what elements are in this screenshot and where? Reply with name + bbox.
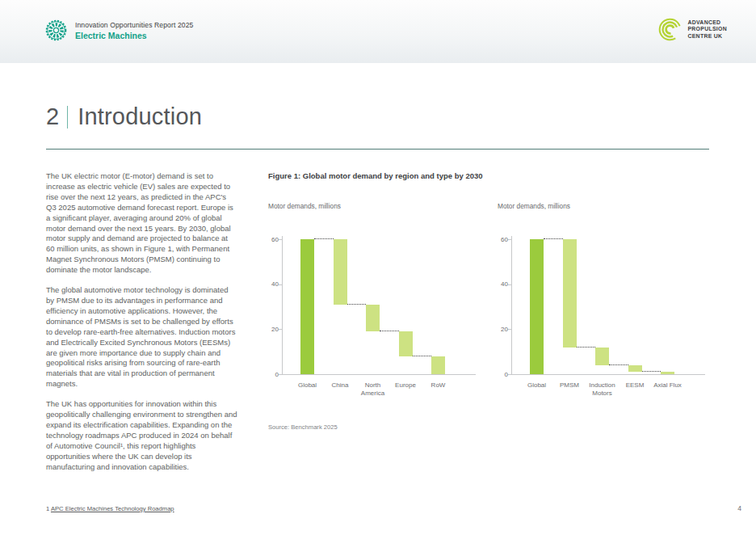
- chart-tick-mark: [508, 329, 511, 330]
- chart-category-label: Global: [519, 381, 556, 390]
- chart-tick-mark: [508, 239, 511, 240]
- chart-tick-mark: [279, 239, 282, 240]
- waterfall-connector: [380, 331, 399, 331]
- chart-category-label: RoW: [420, 381, 457, 390]
- footnote-marker: 1: [46, 505, 49, 512]
- chart-tick-label: 0: [497, 371, 508, 378]
- waterfall-bar: [399, 331, 413, 356]
- section-number: 2: [46, 103, 59, 130]
- paragraph-2: The global automotive motor technology i…: [46, 285, 238, 390]
- chart-tick-label: 40: [267, 280, 279, 288]
- waterfall-connector: [314, 238, 334, 239]
- chart-category-label: Induction Motors: [584, 381, 621, 398]
- chart-tick-mark: [508, 284, 511, 285]
- chart-tick-mark: [279, 284, 282, 285]
- report-subtitle: Electric Machines: [75, 31, 193, 40]
- chart-tick-label: 20: [267, 326, 279, 333]
- waterfall-connector: [413, 356, 432, 356]
- apc-logo-icon: [657, 17, 682, 42]
- waterfall-connector: [577, 347, 596, 348]
- waterfall-bar: [334, 239, 347, 305]
- waterfall-bar: [595, 348, 609, 365]
- figure-title: Figure 1: Global motor demand by region …: [268, 171, 483, 180]
- chart-category-label: North America: [355, 381, 392, 398]
- chart-category-label: Axial Flux: [649, 381, 687, 390]
- chart-tick-label: 20: [497, 326, 508, 333]
- waterfall-bar: [366, 305, 380, 331]
- chart-tick-label: 40: [497, 280, 508, 288]
- waterfall-connector: [642, 371, 662, 372]
- waterfall-bar: [661, 372, 674, 374]
- chart-y-axis: [511, 236, 512, 374]
- chart-category-label: PMSM: [551, 381, 588, 390]
- footnote: 1 APC Electric Machines Technology Roadm…: [46, 505, 174, 512]
- waterfall-bar: [530, 239, 544, 374]
- body-text-column: The UK electric motor (E-motor) demand i…: [46, 171, 238, 482]
- waterfall-chart-by-type: Motor demands, millions 0204060GlobalPMS…: [496, 202, 718, 406]
- chart-category-label: Europe: [387, 381, 424, 390]
- apc-line-1: ADVANCED: [687, 19, 727, 26]
- chart-category-label: Global: [289, 381, 326, 390]
- chart-x-axis: [282, 374, 476, 375]
- apc-logo-text: ADVANCED PROPULSION CENTRE UK: [687, 19, 727, 40]
- chart-category-label: China: [321, 381, 359, 390]
- chart-tick-mark: [279, 374, 282, 375]
- section-heading: 2 Introduction: [46, 103, 202, 130]
- waterfall-connector: [609, 364, 628, 365]
- chart-tick-mark: [508, 374, 511, 375]
- chart-tick-label: 0: [267, 371, 279, 378]
- chart-tick-mark: [279, 329, 282, 330]
- page-header: Innovation Opportunities Report 2025 Ele…: [0, 0, 756, 63]
- apc-brand: ADVANCED PROPULSION CENTRE UK: [657, 17, 727, 42]
- page-number: 4: [730, 504, 741, 512]
- paragraph-1: The UK electric motor (E-motor) demand i…: [46, 171, 238, 276]
- chart-tick-label: 60: [497, 236, 508, 243]
- report-title: Innovation Opportunities Report 2025: [75, 21, 193, 29]
- report-brand: Innovation Opportunities Report 2025 Ele…: [45, 19, 193, 41]
- apc-line-3: CENTRE UK: [687, 33, 727, 40]
- heading-rule: [46, 149, 709, 150]
- chart-x-axis: [511, 374, 705, 375]
- chart-y-axis: [282, 236, 283, 374]
- chart-ylabel: Motor demands, millions: [268, 202, 341, 210]
- waterfall-bar: [563, 239, 577, 348]
- figure-source: Source: Benchmark 2025: [268, 423, 338, 431]
- apc-line-2: PROPULSION: [687, 26, 727, 32]
- waterfall-bar: [628, 365, 642, 372]
- footnote-link[interactable]: APC Electric Machines Technology Roadmap: [51, 505, 174, 512]
- waterfall-bar: [300, 239, 314, 374]
- waterfall-bar: [431, 356, 445, 374]
- heading-divider: [67, 106, 68, 128]
- waterfall-connector: [544, 238, 563, 239]
- paragraph-3: The UK has opportunities for innovation …: [46, 399, 238, 472]
- waterfall-chart-by-region: Motor demands, millions 0204060GlobalChi…: [267, 202, 489, 406]
- chart-ylabel: Motor demands, millions: [498, 202, 570, 210]
- electric-machines-motor-logo-icon: [45, 19, 67, 41]
- page-title: Introduction: [78, 103, 202, 130]
- chart-category-label: EESM: [616, 381, 653, 390]
- report-page: Innovation Opportunities Report 2025 Ele…: [0, 0, 756, 535]
- chart-tick-label: 60: [267, 236, 279, 243]
- waterfall-connector: [347, 304, 367, 305]
